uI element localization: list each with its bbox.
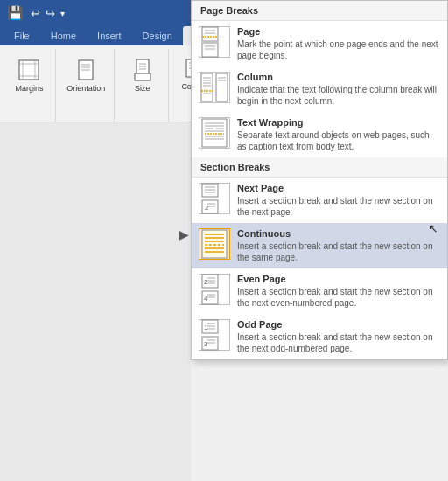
svg-text:4: 4: [204, 295, 208, 303]
margins-group: Margins: [4, 49, 56, 122]
continuous-title: Continuous: [237, 228, 440, 239]
tab-file[interactable]: File: [4, 26, 40, 45]
column-break-item[interactable]: Column Indicate that the text following …: [192, 66, 447, 112]
page-break-page-text: Page Mark the point at which one page en…: [237, 26, 440, 61]
svg-rect-13: [135, 73, 150, 80]
margins-label: Margins: [15, 84, 43, 94]
text-wrapping-icon: [199, 117, 230, 149]
page-breaks-header: Page Breaks: [192, 1, 447, 21]
margins-icon: [15, 56, 43, 84]
page-break-page-desc: Mark the point at which one page ends an…: [237, 38, 440, 61]
size-icon: [129, 56, 157, 84]
even-page-text: Even Page Insert a section break and sta…: [237, 274, 440, 309]
svg-text:3: 3: [204, 340, 208, 348]
column-break-icon: [199, 72, 230, 103]
odd-page-icon: 1 3: [199, 319, 230, 351]
continuous-icon: [199, 228, 230, 260]
next-page-desc: Insert a section break and start the new…: [237, 195, 440, 218]
svg-rect-9: [136, 59, 149, 75]
page-break-page-title: Page: [237, 26, 440, 37]
orientation-label: Orientation: [66, 84, 105, 94]
size-group: Size: [116, 49, 169, 122]
cursor: ↖: [428, 221, 438, 235]
text-wrapping-title: Text Wrapping: [237, 117, 440, 128]
quick-access-toolbar: ↩ ↪ ▾: [31, 7, 65, 20]
undo-icon[interactable]: ↩: [31, 7, 40, 20]
document-area: ▶: [0, 122, 191, 481]
column-break-text: Column Indicate that the text following …: [237, 72, 440, 107]
column-break-title: Column: [237, 72, 440, 82]
odd-page-desc: Insert a section break and start the new…: [237, 331, 440, 354]
continuous-item[interactable]: Continuous Insert a section break and st…: [192, 223, 447, 268]
svg-text:2: 2: [204, 278, 208, 286]
even-page-item[interactable]: 2 4 Even Page Insert a section break and…: [192, 268, 447, 314]
margins-button[interactable]: Margins: [11, 54, 46, 95]
even-page-title: Even Page: [237, 274, 440, 284]
svg-text:1: 1: [204, 324, 208, 331]
continuous-desc: Insert a section break and start the new…: [237, 240, 440, 263]
next-page-item[interactable]: 2 Next Page Insert a section break and s…: [192, 178, 447, 223]
svg-rect-22: [202, 27, 218, 41]
odd-page-title: Odd Page: [237, 319, 440, 330]
next-page-icon: 2: [199, 183, 230, 214]
text-wrapping-item[interactable]: Text Wrapping Separate text around objec…: [192, 112, 447, 157]
even-page-desc: Insert a section break and start the new…: [237, 286, 440, 309]
orientation-button[interactable]: Orientation: [63, 54, 108, 95]
dropdown-icon[interactable]: ▾: [60, 9, 65, 18]
odd-page-item[interactable]: 1 3 Odd Page Insert a section break and …: [192, 314, 447, 359]
tab-insert[interactable]: Insert: [87, 26, 132, 45]
redo-icon[interactable]: ↪: [46, 7, 55, 20]
continuous-text: Continuous Insert a section break and st…: [237, 228, 440, 263]
tab-home[interactable]: Home: [40, 26, 87, 45]
tab-design[interactable]: Design: [132, 26, 183, 45]
svg-text:2: 2: [205, 204, 209, 212]
next-page-text: Next Page Insert a section break and sta…: [237, 183, 440, 218]
orientation-icon: [72, 56, 100, 84]
save-icon[interactable]: 💾: [7, 5, 24, 21]
text-wrapping-desc: Separate text around objects on web page…: [237, 129, 440, 152]
svg-rect-0: [19, 60, 38, 80]
text-wrapping-text: Text Wrapping Separate text around objec…: [237, 117, 440, 152]
size-button[interactable]: Size: [125, 54, 160, 95]
main-area: ▶ Page Breaks Page Mark the point at w: [0, 122, 448, 481]
svg-rect-24: [202, 43, 218, 57]
section-breaks-header: Section Breaks: [192, 157, 447, 178]
column-break-desc: Indicate that the text following the col…: [237, 84, 440, 107]
even-page-icon: 2 4: [199, 274, 230, 305]
breaks-dropdown: Page Breaks Page Mark the point at which…: [191, 0, 448, 360]
arrow-indicator: ▶: [179, 227, 189, 241]
odd-page-text: Odd Page Insert a section break and star…: [237, 319, 440, 354]
next-page-title: Next Page: [237, 183, 440, 193]
page-break-page-item[interactable]: Page Mark the point at which one page en…: [192, 21, 447, 66]
orientation-group: Orientation: [58, 49, 115, 122]
size-label: Size: [135, 84, 150, 94]
page-break-page-icon: [199, 26, 230, 58]
